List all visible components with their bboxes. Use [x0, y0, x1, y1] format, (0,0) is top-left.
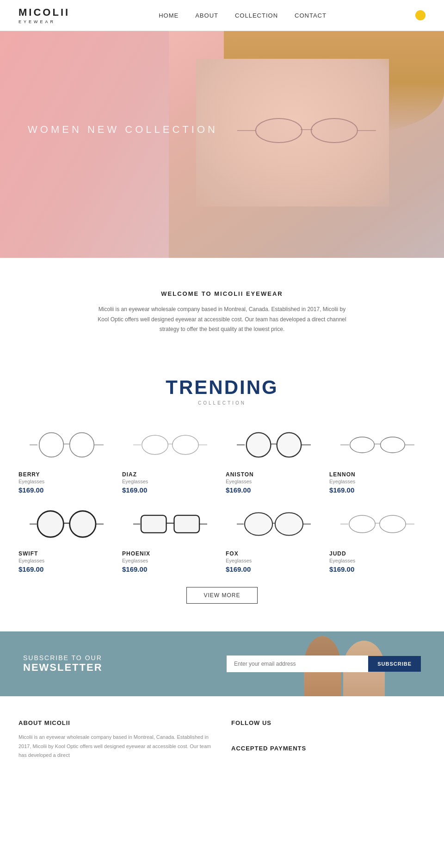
product-type-lennon: Eyeglasses [329, 479, 426, 484]
svg-rect-31 [141, 515, 166, 533]
product-type-aniston: Eyeglasses [226, 479, 322, 484]
product-aniston[interactable]: ANISTON Eyeglasses $169.00 [226, 424, 322, 494]
product-image-phoenix [122, 503, 218, 545]
product-name-aniston: ANISTON [226, 471, 322, 478]
svg-point-13 [173, 435, 198, 454]
footer-accepted-title: ACCEPTED PAYMENTS [231, 745, 426, 752]
newsletter-form: SUBSCRIBE [227, 656, 421, 672]
product-name-diaz: DIAZ [122, 471, 218, 478]
product-image-diaz [122, 424, 218, 466]
product-price-fox: $169.00 [226, 565, 322, 573]
product-swift[interactable]: SWIFT Eyeglasses $169.00 [18, 503, 115, 573]
logo-main-text: MICOLII [18, 6, 70, 19]
svg-point-43 [380, 515, 406, 533]
product-judd[interactable]: JUDD Eyeglasses $169.00 [329, 503, 426, 573]
view-more-button[interactable]: VIEW MORE [186, 587, 257, 604]
svg-point-38 [275, 512, 303, 535]
footer-follow-title: FOLLOW US [231, 719, 426, 726]
footer-about-title: ABOUT MICOLII [18, 719, 213, 726]
product-name-phoenix: PHOENIX [122, 550, 218, 557]
hero-glasses-overlay [183, 117, 431, 144]
svg-point-23 [381, 437, 405, 453]
newsletter-text-block: SUBSCRIBE TO OUR NEWSLETTER [23, 654, 103, 674]
trending-subtitle: COLLECTION [18, 400, 426, 406]
product-type-swift: Eyeglasses [18, 558, 115, 563]
product-image-swift [18, 503, 115, 545]
svg-point-3 [311, 119, 357, 143]
product-type-fox: Eyeglasses [226, 558, 322, 563]
svg-point-26 [37, 511, 63, 537]
hero-face-area [169, 31, 444, 258]
products-grid: BERRY Eyeglasses $169.00 DIAZ Eyeglasses… [18, 424, 426, 573]
newsletter-email-input[interactable] [227, 656, 368, 672]
hero-section: WOMEN NEW COLLECTION [0, 31, 444, 258]
product-name-swift: SWIFT [18, 550, 115, 557]
cart-icon[interactable] [415, 10, 426, 20]
product-image-fox [226, 503, 322, 545]
svg-point-28 [70, 511, 96, 537]
product-price-phoenix: $169.00 [122, 565, 218, 573]
svg-rect-33 [174, 515, 199, 533]
product-price-aniston: $169.00 [226, 486, 322, 494]
svg-point-11 [142, 435, 168, 454]
newsletter-subscribe-button[interactable]: SUBSCRIBE [368, 656, 421, 672]
footer-grid: ABOUT MICOLII Micolii is an eyewear whol… [18, 719, 426, 760]
product-price-diaz: $169.00 [122, 486, 218, 494]
site-footer: ABOUT MICOLII Micolii is an eyewear whol… [0, 696, 444, 788]
product-fox[interactable]: FOX Eyeglasses $169.00 [226, 503, 322, 573]
product-price-berry: $169.00 [18, 486, 115, 494]
footer-follow-col: FOLLOW US ACCEPTED PAYMENTS [231, 719, 426, 760]
product-type-berry: Eyeglasses [18, 479, 115, 484]
footer-about-text: Micolii is an eyewear wholesale company … [18, 733, 213, 760]
product-image-berry [18, 424, 115, 466]
product-price-lennon: $169.00 [329, 486, 426, 494]
svg-point-41 [349, 515, 375, 533]
svg-point-21 [350, 437, 375, 453]
product-name-fox: FOX [226, 550, 322, 557]
site-header: MICOLII EYEWEAR HOME ABOUT COLLECTION CO… [0, 0, 444, 31]
product-name-judd: JUDD [329, 550, 426, 557]
svg-point-36 [245, 512, 272, 535]
nav-contact[interactable]: CONTACT [295, 12, 327, 19]
welcome-section: WELCOME TO MICOLII EYEWEAR Micolii is an… [0, 258, 444, 358]
product-lennon[interactable]: LENNON Eyeglasses $169.00 [329, 424, 426, 494]
newsletter-line1: SUBSCRIBE TO OUR [23, 654, 103, 662]
newsletter-line2: NEWSLETTER [23, 662, 103, 674]
product-type-diaz: Eyeglasses [122, 479, 218, 484]
product-type-judd: Eyeglasses [329, 558, 426, 563]
trending-section: TRENDING COLLECTION BERRY Eyeglasses $16… [0, 358, 444, 631]
view-more-container: VIEW MORE [18, 587, 426, 604]
main-nav: HOME ABOUT COLLECTION CONTACT [159, 12, 327, 19]
product-name-lennon: LENNON [329, 471, 426, 478]
product-name-berry: BERRY [18, 471, 115, 478]
product-image-aniston [226, 424, 322, 466]
svg-point-16 [247, 432, 271, 457]
product-phoenix[interactable]: PHOENIX Eyeglasses $169.00 [122, 503, 218, 573]
logo: MICOLII EYEWEAR [18, 6, 70, 24]
welcome-body: Micolii is an eyewear wholesale company … [92, 305, 352, 335]
logo-sub-text: EYEWEAR [18, 19, 70, 24]
svg-point-1 [255, 119, 302, 143]
product-price-judd: $169.00 [329, 565, 426, 573]
footer-about-col: ABOUT MICOLII Micolii is an eyewear whol… [18, 719, 213, 760]
hero-tagline: WOMEN NEW COLLECTION [28, 124, 218, 136]
product-image-lennon [329, 424, 426, 466]
nav-home[interactable]: HOME [159, 12, 179, 19]
welcome-title: WELCOME TO MICOLII EYEWEAR [92, 290, 352, 297]
product-type-phoenix: Eyeglasses [122, 558, 218, 563]
svg-point-8 [70, 432, 94, 457]
newsletter-section: SUBSCRIBE TO OUR NEWSLETTER SUBSCRIBE [0, 631, 444, 696]
svg-point-18 [277, 432, 302, 457]
product-price-swift: $169.00 [18, 565, 115, 573]
product-berry[interactable]: BERRY Eyeglasses $169.00 [18, 424, 115, 494]
trending-title: TRENDING [18, 376, 426, 399]
footer-accepted-col: ACCEPTED PAYMENTS [231, 745, 426, 752]
nav-collection[interactable]: COLLECTION [235, 12, 278, 19]
product-image-judd [329, 503, 426, 545]
product-diaz[interactable]: DIAZ Eyeglasses $169.00 [122, 424, 218, 494]
svg-point-6 [39, 432, 64, 457]
nav-about[interactable]: ABOUT [195, 12, 218, 19]
